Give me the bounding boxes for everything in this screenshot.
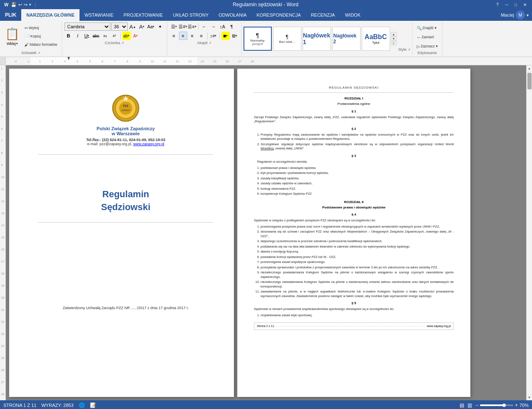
multilevel-button[interactable]: ☰≡▾ (188, 22, 196, 31)
paragraph-expand[interactable]: ↗ (209, 41, 211, 45)
align-left-button[interactable]: ≡ (170, 32, 178, 40)
zoom-in-btn[interactable]: + (515, 402, 518, 408)
tab-projektowanie[interactable]: PROJEKTOWANIE (119, 9, 168, 21)
para2-list: Przepisy Regulaminu mają zastosowanie do… (261, 133, 454, 151)
font-expand[interactable]: ↗ (121, 41, 124, 45)
bullets-button[interactable]: ☰▾ (170, 22, 178, 31)
bold-button[interactable]: B (65, 32, 73, 40)
cut-button[interactable]: ✂ Wytnij (23, 24, 59, 32)
tab-widok[interactable]: WIDOK (340, 9, 365, 21)
text-color-button[interactable]: A▾ (132, 32, 140, 40)
para4-item2: stosowania się do uchwał i zarządzeń PZZ… (261, 230, 454, 238)
content-area[interactable]: PZZ ZAPASY Polski Związek Zapaśniczy w W… (6, 65, 526, 400)
para3-list: podstawowe prawa i obowiązki sędziów, tr… (261, 166, 454, 196)
shading-button[interactable]: ◼▾ (221, 32, 230, 40)
style-no-spacing[interactable]: ¶ Bez odst... (273, 27, 301, 51)
font-grow-button[interactable]: A▲ (129, 22, 137, 31)
strikethrough-button[interactable]: abc (92, 32, 100, 40)
styles-gallery: ¶ Normalny paragraf ¶ Bez odst... Nagłów… (244, 27, 390, 51)
tab-uklad[interactable]: UKŁAD STRONY (168, 9, 214, 21)
style-heading2[interactable]: Nagłówek 2 (332, 27, 360, 51)
qat-customize[interactable]: ▾ (29, 2, 31, 7)
tab-odwolania[interactable]: ODWOŁANIA (214, 9, 251, 21)
select-button[interactable]: ▷ Zaznacz ▾ (415, 42, 440, 50)
chapter1-subtitle: Postanowienia ogólne (254, 102, 454, 106)
justify-button[interactable]: ≡ (197, 32, 206, 40)
align-center-button[interactable]: ≡ (179, 32, 187, 40)
numbering-button[interactable]: ☰#▾ (179, 22, 187, 31)
paste-button[interactable]: 📋 Wklej ▾ (2, 24, 22, 49)
font-name-select[interactable]: Cambria (65, 22, 110, 31)
qat-save[interactable]: 💾 (11, 2, 17, 7)
clipboard-expand[interactable]: ↗ (37, 51, 40, 55)
styles-expand[interactable]: ↗ (408, 48, 410, 52)
style-normal[interactable]: ¶ Normalny paragraf (244, 27, 272, 51)
qat-redo[interactable]: ↪ (24, 2, 27, 7)
sort-button[interactable]: ↕A (219, 22, 227, 31)
italic-button[interactable]: I (74, 32, 82, 40)
show-hide-button[interactable]: ¶ (228, 22, 236, 31)
tab-recenzja[interactable]: RECENZJA (306, 9, 340, 21)
replace-button[interactable]: ↔ Zamień (415, 33, 440, 41)
footer-box: Strona 2 z 11 www.zapasy.org.pl (254, 322, 454, 330)
status-left: STRONA 1 Z 11 WYRAZY: 2853 🌐 📝 (3, 402, 96, 408)
zoom-handle[interactable] (502, 404, 506, 407)
increase-indent-button[interactable]: → (209, 22, 218, 31)
copy-button[interactable]: 📄 Kopiuj (23, 32, 59, 40)
ribbon-minimize-icon[interactable]: ▾ (527, 13, 529, 17)
tab-plik[interactable]: PLIK (0, 9, 21, 21)
para4-item5: dbania o kondycję fizyczną, (261, 250, 454, 254)
minimize-btn[interactable]: ─ (503, 1, 510, 8)
para4-intro: Sędziowie w związku z podleganiem przepi… (254, 218, 454, 223)
qat-undo[interactable]: ↩ (18, 2, 22, 7)
para3-intro: Regulamin w szczególności określa: (257, 160, 454, 164)
underline-button[interactable]: U▾ (83, 32, 91, 40)
style-title[interactable]: AaBbC Tytuł (362, 27, 390, 51)
zoom-slider[interactable] (480, 404, 513, 406)
styles-up[interactable]: ▲ (391, 32, 397, 36)
close-btn[interactable]: ✕ (521, 1, 529, 8)
zoom-out-btn[interactable]: − (475, 402, 478, 408)
line-spacing-button[interactable]: ↕≡▾ (209, 32, 218, 40)
find-button[interactable]: 🔍 Znajdź ▾ (415, 24, 440, 32)
decrease-indent-button[interactable]: ← (200, 22, 209, 31)
tab-narzedzia[interactable]: NARZĘDZIA GŁÓWNE (21, 9, 80, 21)
align-right-button[interactable]: ≡ (188, 32, 196, 40)
restore-btn[interactable]: □ (512, 1, 520, 8)
para3-title: § 3 (254, 154, 454, 158)
svg-text:-2: -2 (14, 60, 17, 63)
tab-wstawianie[interactable]: WSTAWIANIE (80, 9, 119, 21)
scroll-thumb[interactable] (527, 73, 532, 89)
layout-icon1[interactable]: ▤ (460, 402, 464, 408)
para3-item1: podstawowe prawa i obowiązki sędziów, (261, 166, 454, 171)
scroll-up[interactable]: ▲ (527, 65, 532, 71)
style-heading1[interactable]: Nagłówek 1 (303, 27, 331, 51)
para2-title: § 2 (254, 126, 454, 131)
layout-icon2[interactable]: ▥ (467, 402, 472, 408)
styles-more[interactable]: ≡ (391, 41, 397, 45)
text-highlight-button[interactable]: ab▾ (122, 32, 131, 40)
styles-down[interactable]: ▼ (391, 37, 397, 41)
tab-korespondencja[interactable]: KORESPONDENCJA (251, 9, 306, 21)
font-divider (120, 32, 121, 39)
help-btn[interactable]: ? (494, 1, 501, 8)
para4-item7: przestrzegania zasad współżycia społeczn… (261, 260, 454, 265)
svg-text:2: 2 (52, 60, 53, 63)
para4-item3: aktywnego uczestniczenia w procesie szko… (261, 239, 454, 244)
para3-item6: kompetencje Kolegium Sędziów PZZ. (261, 192, 454, 196)
font-shrink-button[interactable]: A▾ (138, 22, 146, 31)
doc-title-line1: Regulamin (38, 188, 213, 201)
styles-label: Style ↗ (398, 47, 410, 52)
para-divider2 (207, 32, 208, 39)
font-size-select[interactable]: 36 (111, 22, 128, 31)
subscript-button[interactable]: x₂ (101, 32, 109, 40)
main-area: 123 45 67 89 1011 1213 1415 1617 1819 20… (0, 65, 532, 400)
superscript-button[interactable]: x² (110, 32, 119, 40)
borders-button[interactable]: ⊞▾ (231, 32, 239, 40)
clear-format-button[interactable]: ✦ (156, 22, 164, 31)
scroll-down[interactable]: ▼ (527, 394, 532, 400)
vertical-scrollbar[interactable]: ▲ ▼ (526, 65, 532, 400)
clipboard-content: 📋 Wklej ▾ ✂ Wytnij 📄 Kopiuj 🖌 Malarz for… (2, 22, 59, 50)
format-painter-button[interactable]: 🖌 Malarz formatów (23, 41, 59, 48)
change-case-button[interactable]: Aa▾ (147, 22, 155, 31)
